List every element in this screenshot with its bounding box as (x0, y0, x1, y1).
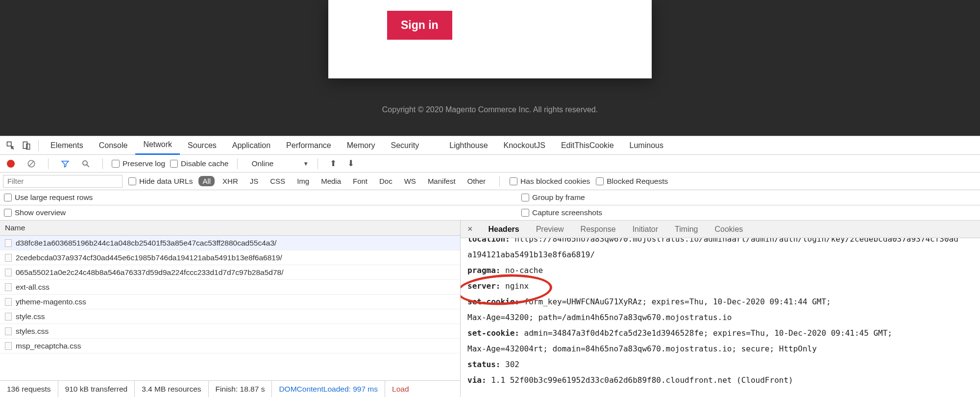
devtools-tabs-row: ElementsConsoleNetworkSourcesApplication… (0, 136, 980, 155)
tab-security[interactable]: Security (383, 136, 427, 155)
request-name: style.css (16, 312, 45, 321)
header-line: Max-Age=432004rt; domain=84h65no7a83qw67… (467, 341, 973, 357)
header-line: set-cookie: form_key=UHWFCNAuG71XyRAz; e… (467, 294, 973, 310)
request-name: ext-all.css (16, 283, 49, 292)
header-line: status: 302 (467, 357, 973, 372)
request-row[interactable]: msp_recaptcha.css (0, 339, 460, 353)
status-transferred: 910 kB transferred (58, 381, 135, 397)
tab-knockoutjs[interactable]: KnockoutJS (496, 136, 553, 155)
svg-point-5 (83, 161, 87, 165)
request-name: d38fc8e1a603685196b244c1a048cb25401f53a8… (16, 239, 276, 248)
request-name: 065a55021a0e2c24c48b8a546a76337d59d9a224… (16, 268, 283, 277)
group-by-frame-checkbox[interactable]: Group by frame (521, 193, 585, 202)
file-icon (5, 254, 12, 262)
inspect-icon[interactable] (3, 138, 19, 153)
detail-tab-initiator[interactable]: Initiator (633, 225, 658, 234)
tab-network[interactable]: Network (135, 136, 180, 155)
file-icon (5, 283, 12, 291)
file-icon (5, 269, 12, 276)
detail-tab-preview[interactable]: Preview (536, 225, 564, 234)
upload-har-icon[interactable]: ⬆ (327, 158, 340, 169)
tab-application[interactable]: Application (224, 136, 278, 155)
record-button[interactable] (3, 156, 19, 172)
header-line: via: 1.1 52f00b3c99e61952d33c0a62d6b89f8… (467, 372, 973, 388)
request-row[interactable]: ext-all.css (0, 280, 460, 295)
filter-row: Hide data URLs AllXHRJSCSSImgMediaFontDo… (0, 173, 980, 190)
close-icon[interactable]: × (465, 224, 476, 234)
detail-tab-headers[interactable]: Headers (489, 225, 519, 234)
filter-type-doc[interactable]: Doc (375, 176, 396, 186)
request-row[interactable]: ytheme-magento.css (0, 295, 460, 309)
tab-elements[interactable]: Elements (43, 136, 91, 155)
status-requests: 136 requests (0, 381, 58, 397)
show-overview-checkbox[interactable]: Show overview (4, 208, 66, 217)
filter-type-ws[interactable]: WS (400, 176, 420, 186)
filter-input[interactable] (3, 175, 122, 188)
filter-type-css[interactable]: CSS (266, 176, 289, 186)
clear-icon[interactable] (24, 156, 39, 172)
tab-console[interactable]: Console (91, 136, 136, 155)
request-row[interactable]: styles.css (0, 324, 460, 339)
filter-type-js[interactable]: JS (246, 176, 263, 186)
status-finish: Finish: 18.87 s (209, 381, 272, 397)
tab-editthiscookie[interactable]: EditThisCookie (553, 136, 622, 155)
hide-data-urls-checkbox[interactable]: Hide data URLs (128, 177, 193, 186)
detail-tab-cookies[interactable]: Cookies (715, 225, 743, 234)
request-row[interactable]: style.css (0, 309, 460, 324)
separator (48, 158, 49, 169)
filter-type-all[interactable]: All (198, 176, 215, 186)
separator (499, 176, 500, 187)
filter-type-xhr[interactable]: XHR (219, 176, 242, 186)
headers-body: location: https://84h65no7a83qw670.mojos… (461, 238, 980, 397)
network-content: Name d38fc8e1a603685196b244c1a048cb25401… (0, 221, 980, 397)
tab-luminous[interactable]: Luminous (622, 136, 671, 155)
filter-type-font[interactable]: Font (349, 176, 371, 186)
tab-memory[interactable]: Memory (339, 136, 383, 155)
header-line: a194121aba5491b13e8f6a6819/ (467, 247, 973, 263)
request-name: ytheme-magento.css (16, 298, 86, 306)
copyright-text: Copyright © 2020 Magento Commerce Inc. A… (0, 105, 980, 114)
has-blocked-cookies-checkbox[interactable]: Has blocked cookies (510, 177, 590, 186)
svg-line-4 (29, 161, 34, 166)
detail-tab-timing[interactable]: Timing (675, 225, 698, 234)
header-line: pragma: no-cache (467, 263, 973, 278)
status-bar: 136 requests 910 kB transferred 3.4 MB r… (0, 380, 460, 397)
filter-type-media[interactable]: Media (317, 176, 345, 186)
request-row[interactable]: 2cedebcda037a9374cf30ad445e6c1985b746da1… (0, 250, 460, 265)
tab-sources[interactable]: Sources (180, 136, 224, 155)
blocked-requests-checkbox[interactable]: Blocked Requests (596, 177, 668, 186)
preserve-log-checkbox[interactable]: Preserve log (112, 159, 165, 168)
throttle-select[interactable]: Online▼ (251, 159, 309, 168)
status-domcontent: DOMContentLoaded: 997 ms (272, 381, 385, 397)
chevron-down-icon: ▼ (303, 160, 309, 167)
use-large-rows-checkbox[interactable]: Use large request rows (4, 193, 93, 202)
search-icon[interactable] (78, 156, 94, 172)
download-har-icon[interactable]: ⬇ (344, 158, 357, 169)
filter-type-img[interactable]: Img (293, 176, 313, 186)
header-line: server: nginx (467, 278, 973, 294)
page-content: Sign in Copyright © 2020 Magento Commerc… (0, 0, 980, 136)
filter-type-manifest[interactable]: Manifest (424, 176, 460, 186)
detail-tab-response[interactable]: Response (581, 225, 616, 234)
filter-type-other[interactable]: Other (464, 176, 490, 186)
tab-lighthouse[interactable]: Lighthouse (441, 136, 495, 155)
requests-pane: Name d38fc8e1a603685196b244c1a048cb25401… (0, 221, 461, 397)
capture-screenshots-checkbox[interactable]: Capture screenshots (521, 208, 602, 217)
signin-button[interactable]: Sign in (387, 11, 452, 40)
devtools-panel: ElementsConsoleNetworkSourcesApplication… (0, 136, 980, 397)
svg-line-6 (87, 165, 89, 167)
view-options-row: Use large request rows Group by frame (0, 190, 980, 205)
device-toggle-icon[interactable] (19, 138, 34, 153)
status-resources: 3.4 MB resources (135, 381, 208, 397)
signin-card: Sign in (328, 0, 652, 78)
tab-performance[interactable]: Performance (278, 136, 339, 155)
name-column-header[interactable]: Name (0, 221, 460, 236)
separator (237, 158, 238, 169)
disable-cache-checkbox[interactable]: Disable cache (170, 159, 228, 168)
request-row[interactable]: 065a55021a0e2c24c48b8a546a76337d59d9a224… (0, 265, 460, 280)
separator (102, 158, 103, 169)
request-name: msp_recaptcha.css (16, 342, 81, 350)
filter-toggle-icon[interactable] (57, 156, 73, 172)
request-list: d38fc8e1a603685196b244c1a048cb25401f53a8… (0, 236, 460, 380)
request-row[interactable]: d38fc8e1a603685196b244c1a048cb25401f53a8… (0, 236, 460, 250)
